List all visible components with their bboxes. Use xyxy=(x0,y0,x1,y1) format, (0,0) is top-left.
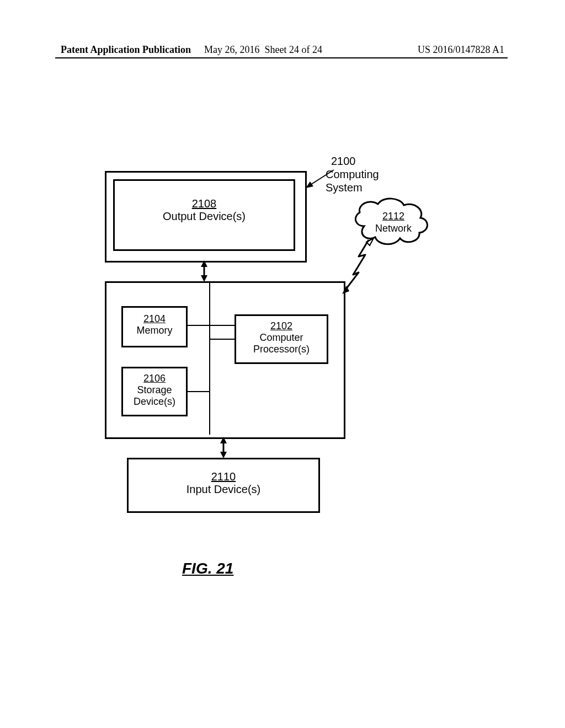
figure-caption: FIG. 21 xyxy=(182,560,233,577)
network-connector xyxy=(342,238,374,294)
storage-box: 2106 Storage Device(s) xyxy=(121,367,188,416)
output-device-box: 2108 Output Device(s) xyxy=(113,179,295,251)
memory-box: 2104 Memory xyxy=(121,306,188,347)
svg-marker-11 xyxy=(306,181,313,188)
header-right: US 2016/0147828 A1 xyxy=(418,44,504,56)
header-rule xyxy=(55,57,508,58)
input-device-box: 2110 Input Device(s) xyxy=(127,458,320,513)
arrow-main-to-input xyxy=(220,437,227,458)
network-label: 2112 Network xyxy=(375,211,412,234)
header-left: Patent Application Publication xyxy=(61,44,191,56)
system-label: 2100 Computing System xyxy=(326,154,379,194)
figure-diagram: 2100 Computing System 2108 Output Device… xyxy=(83,154,469,552)
processor-box: 2102 Computer Processor(s) xyxy=(234,314,328,364)
arrow-output-to-main xyxy=(201,260,207,282)
header-mid: May 26, 2016 Sheet 24 of 24 xyxy=(204,44,322,56)
